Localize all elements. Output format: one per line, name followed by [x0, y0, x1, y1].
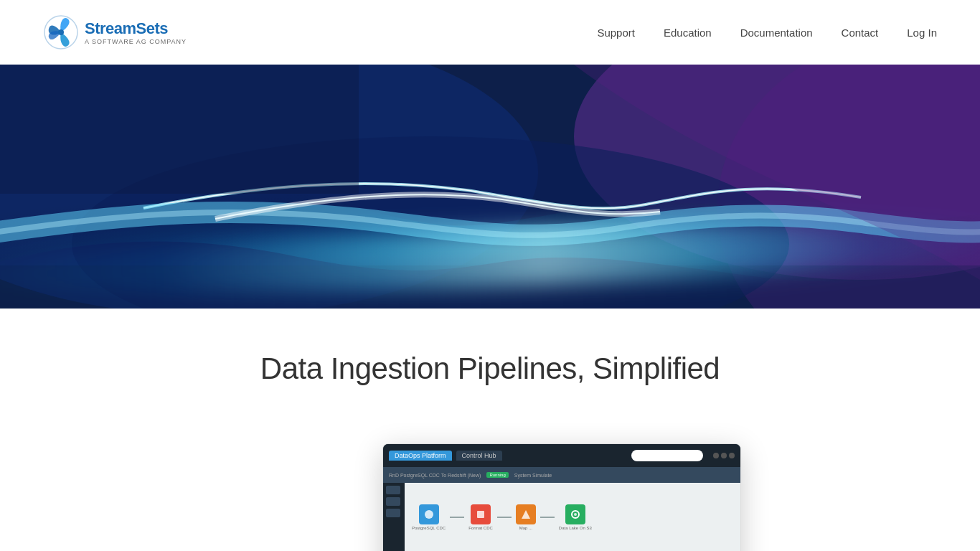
ui-dot-1	[713, 453, 719, 458]
ui-arrow-1	[450, 517, 464, 518]
svg-point-9	[425, 510, 433, 519]
ui-node-source	[419, 504, 439, 524]
ui-mockup: DataOps Platform Control Hub RnD Postgre…	[383, 444, 740, 551]
nav-login[interactable]: Log In	[907, 27, 937, 39]
ui-main-area: PostgreSQL CDC Format CDC	[383, 483, 740, 551]
ui-dot-2	[721, 453, 727, 458]
ui-node-dest-wrapper: Data Lake On S3	[559, 504, 592, 530]
ui-node-map	[516, 504, 536, 524]
brand-tagline: A SOFTWARE AG COMPANY	[85, 38, 187, 45]
screenshot-container: DataOps Platform Control Hub RnD Postgre…	[382, 443, 741, 529]
ui-node-source-wrapper: PostgreSQL CDC	[412, 504, 446, 530]
hero-background	[0, 65, 980, 309]
ui-pipeline-subtitle: System Simulate	[514, 473, 552, 478]
nav-education[interactable]: Education	[664, 27, 712, 39]
svg-rect-10	[477, 511, 484, 518]
ui-node-source-label: PostgreSQL CDC	[412, 526, 446, 530]
logo-icon	[43, 14, 79, 50]
wave-layer	[0, 65, 980, 309]
ui-canvas: PostgreSQL CDC Format CDC	[405, 483, 740, 551]
main-headline: Data Ingestion Pipelines, Simplified	[14, 352, 966, 386]
ui-arrow-3	[540, 517, 555, 518]
brand-name: StreamSets	[85, 19, 187, 38]
site-header: StreamSets A SOFTWARE AG COMPANY Support…	[0, 0, 980, 65]
svg-point-13	[574, 513, 577, 516]
ui-sidebar-item-1	[386, 486, 400, 494]
ui-sub-toolbar: RnD PostgreSQL CDC To Redshift (New) Run…	[383, 467, 740, 483]
ui-node-dest	[565, 504, 585, 524]
nav-documentation[interactable]: Documentation	[740, 27, 813, 39]
content-section: Data Ingestion Pipelines, Simplified	[0, 309, 980, 436]
ui-node-transform-label: Format CDC	[468, 526, 493, 530]
ui-status-badge: Running	[486, 472, 508, 478]
svg-rect-8	[0, 265, 980, 309]
svg-marker-11	[522, 510, 530, 519]
ui-node-dest-label: Data Lake On S3	[559, 526, 592, 530]
ui-sidebar	[383, 483, 405, 551]
svg-point-5	[0, 65, 538, 309]
ui-node-transform	[471, 504, 491, 524]
ui-toolbar: DataOps Platform Control Hub	[383, 444, 740, 467]
hero-banner	[0, 65, 980, 309]
ui-sidebar-item-3	[386, 509, 400, 517]
nav-contact[interactable]: Contact	[842, 27, 879, 39]
ui-tab-control-hub: Control Hub	[456, 451, 502, 461]
logo-text: StreamSets A SOFTWARE AG COMPANY	[85, 19, 187, 45]
nav-support[interactable]: Support	[597, 27, 635, 39]
ui-search-bar	[631, 450, 703, 461]
ui-dot-3	[729, 453, 735, 458]
svg-rect-2	[0, 65, 980, 309]
ui-node-transform-wrapper: Format CDC	[468, 504, 493, 530]
svg-rect-7	[0, 65, 359, 194]
svg-point-1	[58, 29, 64, 35]
svg-point-6	[72, 136, 789, 309]
ui-sidebar-item-2	[386, 497, 400, 506]
screenshot-frame: DataOps Platform Control Hub RnD Postgre…	[382, 443, 741, 551]
logo[interactable]: StreamSets A SOFTWARE AG COMPANY	[43, 14, 187, 50]
screenshot-area: DataOps Platform Control Hub RnD Postgre…	[0, 436, 980, 529]
svg-point-3	[574, 65, 980, 280]
ui-pipeline-name: RnD PostgreSQL CDC To Redshift (New)	[389, 473, 481, 478]
ui-node-map-wrapper: Map ...	[516, 504, 536, 530]
ui-tab-dataops: DataOps Platform	[389, 451, 452, 461]
main-nav: Support Education Documentation Contact …	[597, 27, 937, 39]
svg-point-4	[717, 65, 980, 309]
ui-node-map-label: Map ...	[519, 526, 532, 530]
ui-arrow-2	[497, 517, 512, 518]
ui-pipeline-diagram: PostgreSQL CDC Format CDC	[412, 504, 733, 530]
